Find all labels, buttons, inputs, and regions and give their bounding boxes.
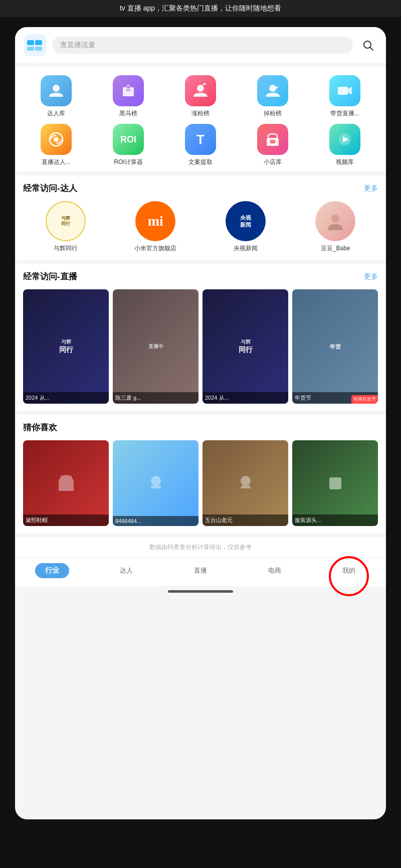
svg-rect-24 bbox=[329, 477, 341, 489]
quick-label-wenanti: 文案提取 bbox=[188, 158, 213, 166]
rec-label-3: 五台山老元 bbox=[203, 514, 288, 526]
section-daren-header: 经常访问-达人 更多 bbox=[23, 183, 378, 194]
influencer-row: 与辉 同行 与辉同行 mi 小米官方旗舰店 央视 bbox=[23, 201, 378, 255]
influencer-doudu[interactable]: 豆豆_Babe bbox=[293, 201, 378, 253]
nav-item-wode[interactable]: 我的 bbox=[312, 566, 386, 575]
live-badge-4: 年终狂欢节 bbox=[351, 395, 378, 404]
diao-icon bbox=[257, 75, 288, 106]
live-card-3[interactable]: 与辉 同行 2024 从... bbox=[203, 289, 288, 404]
search-button[interactable] bbox=[359, 36, 377, 54]
influencer-cctv[interactable]: 央视 新闻 央视新闻 bbox=[203, 201, 288, 253]
nav-item-hangye[interactable]: 行业 bbox=[15, 563, 89, 578]
svg-point-23 bbox=[241, 476, 251, 486]
quick-item-diao[interactable]: 掉粉榜 bbox=[237, 75, 309, 118]
quick-item-wenanti[interactable]: T 文案提取 bbox=[164, 124, 237, 166]
live-label-3: 2024 从... bbox=[203, 392, 288, 404]
nav-item-dianshang[interactable]: 电商 bbox=[238, 566, 312, 575]
influencer-name-cctv: 央视新闻 bbox=[234, 244, 258, 253]
nav-label-zhibo: 直播 bbox=[194, 566, 207, 575]
svg-rect-2 bbox=[35, 40, 42, 45]
avatar-cctv: 央视 新闻 bbox=[226, 201, 266, 241]
quick-item-heima[interactable]: 黑马榜 bbox=[92, 75, 164, 118]
svg-rect-13 bbox=[338, 87, 348, 95]
home-indicator bbox=[168, 590, 233, 593]
influencer-yuhuei[interactable]: 与辉 同行 与辉同行 bbox=[23, 201, 108, 253]
quick-label-daren: 达人库 bbox=[47, 109, 65, 118]
avatar-doudu-inner bbox=[315, 201, 355, 241]
rec-card-1[interactable]: 黛熙鞋帽 bbox=[23, 440, 109, 526]
nav-label-dianshang: 电商 bbox=[268, 566, 281, 575]
live-label-2: 陈三废 g... bbox=[113, 392, 198, 404]
quick-item-daren[interactable]: 达人库 bbox=[20, 75, 92, 118]
svg-point-9 bbox=[197, 85, 204, 92]
quick-item-zhang[interactable]: 涨粉榜 bbox=[164, 75, 237, 118]
rec-card-3[interactable]: 五台山老元 bbox=[203, 440, 288, 526]
nav-pill-hangye: 行业 bbox=[35, 563, 69, 578]
svg-rect-1 bbox=[27, 40, 34, 45]
nav-item-daren[interactable]: 达人 bbox=[89, 566, 163, 575]
quick-label-diao: 掉粉榜 bbox=[264, 109, 282, 118]
quick-label-xiaodian: 小店库 bbox=[264, 158, 282, 166]
footer-note-text: 数据由抖查查分析计算得出，仅供参考 bbox=[149, 544, 252, 551]
section-daren-title: 经常访问-达人 bbox=[23, 183, 77, 194]
zhang-icon bbox=[185, 75, 216, 106]
nav-item-zhibo[interactable]: 直播 bbox=[163, 566, 238, 575]
app-header: 查直播流量 bbox=[15, 27, 386, 63]
svg-point-7 bbox=[53, 85, 60, 92]
svg-marker-10 bbox=[203, 83, 207, 85]
live-card-4[interactable]: 年货 年货节 年终狂欢节 bbox=[292, 289, 378, 404]
section-live-more[interactable]: 更多 bbox=[364, 272, 378, 281]
app-logo bbox=[24, 34, 46, 56]
red-circle-annotation bbox=[329, 556, 369, 596]
svg-point-22 bbox=[151, 476, 161, 486]
live-card-2[interactable]: 直播中 陈三废 g... bbox=[113, 289, 198, 404]
footer-note: 数据由抖查查分析计算得出，仅供参考 bbox=[15, 537, 386, 558]
svg-point-16 bbox=[54, 137, 59, 142]
rec-label-4: 服装源头... bbox=[292, 514, 378, 526]
live-card-bg-1: 与辉 同行 bbox=[23, 289, 109, 404]
nav-label-wode: 我的 bbox=[342, 566, 355, 575]
live-card-1[interactable]: 与辉 同行 2024 从... bbox=[23, 289, 109, 404]
section-daren-more[interactable]: 更多 bbox=[364, 184, 378, 193]
influencer-xiaomi[interactable]: mi 小米官方旗舰店 bbox=[113, 201, 198, 253]
quick-label-daihuo: 带货直播... bbox=[330, 109, 359, 118]
quick-item-roi[interactable]: ROI ROI计算器 bbox=[92, 124, 164, 166]
quick-label-zhang: 涨粉榜 bbox=[191, 109, 210, 118]
quick-item-shipinku[interactable]: 视频库 bbox=[309, 124, 381, 166]
rec-card-4[interactable]: 服装源头... bbox=[292, 440, 378, 526]
quick-item-zhiboda[interactable]: 直播达人... bbox=[20, 124, 92, 166]
influencer-name-xiaomi: 小米官方旗舰店 bbox=[134, 244, 176, 253]
heima-icon bbox=[113, 75, 144, 106]
rec-label-1: 黛熙鞋帽 bbox=[23, 514, 109, 526]
roi-icon: ROI bbox=[113, 124, 144, 155]
svg-rect-0 bbox=[24, 34, 46, 56]
recommend-card-row: 黛熙鞋帽 8466484... bbox=[23, 440, 378, 528]
search-bar[interactable]: 查直播流量 bbox=[52, 37, 353, 54]
live-label-1: 2024 从... bbox=[23, 392, 109, 404]
svg-rect-18 bbox=[270, 140, 275, 143]
quick-item-xiaodian[interactable]: 小店库 bbox=[237, 124, 309, 166]
rec-card-2[interactable]: 8466484... bbox=[113, 440, 198, 526]
rec-label-2: 8466484... bbox=[113, 516, 198, 526]
quick-label-shipinku: 视频库 bbox=[336, 158, 354, 166]
wenanti-icon: T bbox=[185, 124, 216, 155]
section-daren: 经常访问-达人 更多 与辉 同行 与辉同行 mi bbox=[15, 176, 386, 260]
phone-screen: 查直播流量 达人库 bbox=[15, 27, 386, 819]
svg-rect-3 bbox=[27, 47, 34, 51]
t-icon-text: T bbox=[196, 132, 205, 147]
zhiboda-icon bbox=[41, 124, 72, 155]
quick-item-daihuo[interactable]: 带货直播... bbox=[309, 75, 381, 118]
quick-label-zhiboda: 直播达人... bbox=[42, 158, 71, 166]
live-card-bg-3: 与辉 同行 bbox=[203, 289, 288, 404]
svg-point-8 bbox=[127, 86, 130, 89]
section-recommend-header: 猜你喜欢 bbox=[23, 422, 378, 433]
quick-label-roi: ROI计算器 bbox=[114, 158, 142, 166]
live-card-bg-2: 直播中 bbox=[113, 289, 198, 404]
roi-text: ROI bbox=[120, 134, 136, 145]
nav-label-hangye: 行业 bbox=[45, 566, 59, 574]
influencer-name-doudu: 豆豆_Babe bbox=[321, 244, 350, 253]
quick-access-grid: 达人库 黑马榜 bbox=[15, 67, 386, 171]
top-bar: tv 直播 app，汇聚各类热门直播，让你随时随地想看 bbox=[0, 0, 401, 17]
svg-point-21 bbox=[331, 215, 339, 223]
shipinku-icon bbox=[329, 124, 360, 155]
